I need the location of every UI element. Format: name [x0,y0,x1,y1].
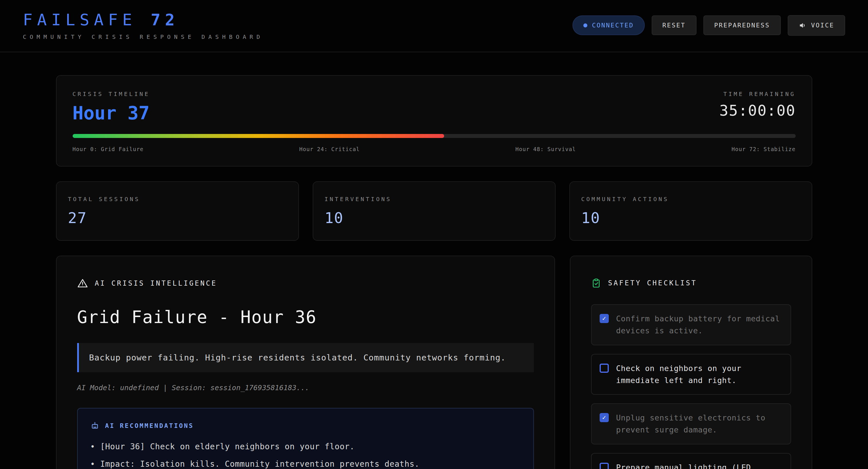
time-remaining-label: TIME REMAINING [719,91,796,97]
main-container: CRISIS TIMELINE Hour 37 TIME REMAINING 3… [56,75,812,469]
stat-label: COMMUNITY ACTIONS [581,196,800,202]
stat-value: 27 [68,209,287,227]
crisis-timeline-card: CRISIS TIMELINE Hour 37 TIME REMAINING 3… [56,75,812,167]
reset-button[interactable]: RESET [652,15,696,35]
time-remaining-value: 35:00:00 [719,102,796,119]
main-grid: AI CRISIS INTELLIGENCE Grid Failure - Ho… [56,256,812,469]
reset-button-label: RESET [662,22,686,29]
stat-label: TOTAL SESSIONS [68,196,287,202]
app-subtitle: COMMUNITY CRISIS RESPONSE DASHBOARD [23,33,263,40]
stat-total-sessions: TOTAL SESSIONS 27 [56,181,299,241]
crisis-quote: Backup power failing. High-rise resident… [77,343,534,372]
crisis-title: Grid Failure - Hour 36 [77,307,534,327]
marker-hour-72: Hour 72: Stabilize [732,146,796,152]
checkbox-checked-icon[interactable]: ✓ [600,413,609,422]
recommendations-header: AI RECOMMENDATIONS [105,422,194,429]
recommendation-item: Impact: Isolation kills. Community inter… [90,458,521,469]
logo-text: FAILSAFE [23,10,136,29]
checkbox-checked-icon[interactable]: ✓ [600,314,609,323]
intelligence-header: AI CRISIS INTELLIGENCE [95,279,217,287]
timeline-left: CRISIS TIMELINE Hour 37 [72,91,150,124]
timeline-progress-track [72,134,796,138]
checklist-item-label: Prepare manual lighting (LED lanterns/fl… [616,462,782,469]
status-label: CONNECTED [592,22,633,29]
checklist-header: SAFETY CHECKLIST [608,279,697,287]
timeline-right: TIME REMAINING 35:00:00 [719,91,796,119]
header-actions: CONNECTED RESET PREPAREDNESS VOICE [572,15,845,36]
checklist-item-backup-battery[interactable]: ✓ Confirm backup battery for medical dev… [591,304,791,345]
warning-triangle-icon [77,278,88,289]
checklist-item-check-neighbors[interactable]: Check on neighbors on your immediate lef… [591,354,791,395]
stat-value: 10 [581,209,800,227]
timeline-markers: Hour 0: Grid Failure Hour 24: Critical H… [72,146,796,152]
session-meta: AI Model: undefined | Session: session_1… [77,383,534,392]
checklist-item-label: Confirm backup battery for medical devic… [616,313,782,337]
logo-number: 72 [151,10,179,29]
connection-status-badge: CONNECTED [572,15,645,35]
checkbox-unchecked-icon[interactable] [600,364,609,373]
voice-button-label: VOICE [811,22,834,29]
checklist-item-label: Unplug sensitive electronics to prevent … [616,412,782,436]
checklist-item-unplug-electronics[interactable]: ✓ Unplug sensitive electronics to preven… [591,403,791,444]
checklist-item-label: Check on neighbors on your immediate lef… [616,363,782,387]
preparedness-button-label: PREPAREDNESS [714,22,770,29]
stat-community-actions: COMMUNITY ACTIONS 10 [569,181,812,241]
app-header: FAILSAFE 72 COMMUNITY CRISIS RESPONSE DA… [0,0,868,52]
clipboard-check-icon [591,278,601,288]
brand: FAILSAFE 72 COMMUNITY CRISIS RESPONSE DA… [23,10,263,40]
marker-hour-48: Hour 48: Survival [515,146,576,152]
checklist-item-manual-lighting[interactable]: Prepare manual lighting (LED lanterns/fl… [591,453,791,469]
current-hour: Hour 37 [72,103,150,124]
robot-icon [90,421,99,430]
stat-interventions: INTERVENTIONS 10 [313,181,556,241]
timeline-progress-fill [72,134,444,138]
stats-row: TOTAL SESSIONS 27 INTERVENTIONS 10 COMMU… [56,181,812,241]
ai-recommendations-box: AI RECOMMENDATIONS [Hour 36] Check on el… [77,408,534,469]
recommendation-item: [Hour 36] Check on elderly neighbors on … [90,440,521,453]
voice-button[interactable]: VOICE [788,15,845,36]
safety-checklist-panel: SAFETY CHECKLIST ✓ Confirm backup batter… [570,256,812,469]
timeline-label: CRISIS TIMELINE [72,91,150,97]
marker-hour-0: Hour 0: Grid Failure [72,146,144,152]
checklist-items: ✓ Confirm backup battery for medical dev… [591,304,791,469]
checkbox-unchecked-icon[interactable] [600,463,609,469]
stat-value: 10 [325,209,544,227]
speaker-icon [799,22,807,29]
stat-label: INTERVENTIONS [325,196,544,202]
status-dot-icon [583,24,587,27]
app-logo: FAILSAFE 72 [23,10,263,29]
preparedness-button[interactable]: PREPAREDNESS [703,15,781,35]
ai-crisis-intelligence-panel: AI CRISIS INTELLIGENCE Grid Failure - Ho… [56,256,555,469]
marker-hour-24: Hour 24: Critical [299,146,360,152]
